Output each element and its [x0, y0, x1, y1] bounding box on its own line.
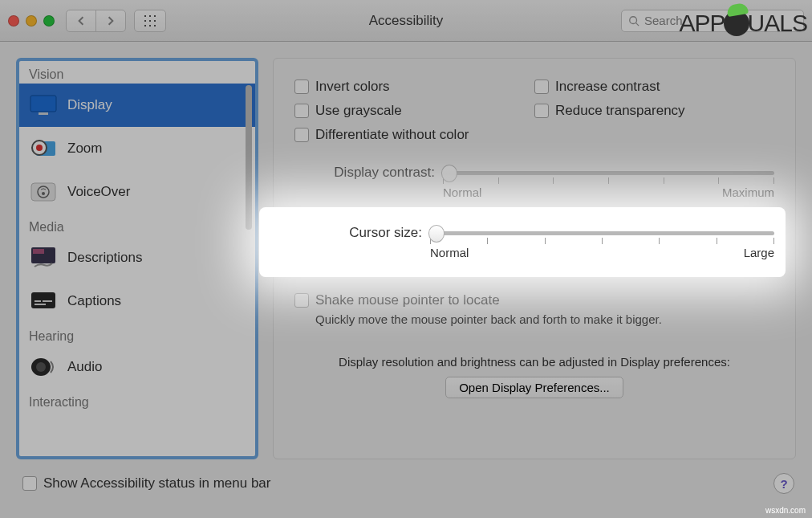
svg-point-6 — [36, 145, 43, 151]
display-icon — [29, 93, 58, 117]
contrast-min-label: Normal — [443, 186, 481, 199]
svg-rect-3 — [39, 112, 48, 115]
use-grayscale-checkbox[interactable]: Use grayscale — [294, 99, 534, 123]
differentiate-color-checkbox[interactable]: Differentiate without color — [294, 123, 534, 147]
cursor-size-label: Cursor size: — [306, 225, 422, 241]
display-contrast-slider[interactable] — [443, 171, 774, 175]
sidebar-item-descriptions[interactable]: Descriptions — [19, 236, 255, 279]
appuals-logo-icon — [724, 10, 749, 36]
captions-icon — [29, 289, 58, 313]
accessibility-category-sidebar: Vision Display Zoom VoiceOver Media — [16, 58, 258, 459]
sidebar-scrollbar[interactable] — [246, 85, 252, 230]
help-button[interactable]: ? — [773, 473, 794, 494]
svg-rect-15 — [35, 304, 46, 305]
sidebar-group-media: Media — [19, 214, 255, 236]
svg-rect-2 — [30, 96, 56, 112]
contrast-max-label: Maximum — [722, 186, 774, 199]
svg-rect-14 — [43, 300, 52, 302]
voiceover-icon — [29, 180, 58, 204]
sidebar-item-label: Audio — [67, 359, 102, 375]
sidebar-item-label: Zoom — [67, 141, 102, 157]
sidebar-item-captions[interactable]: Captions — [19, 279, 255, 323]
sidebar-item-label: Display — [67, 97, 112, 113]
descriptions-icon — [29, 246, 58, 270]
zoom-icon — [29, 137, 58, 161]
sidebar-item-audio[interactable]: Audio — [19, 345, 255, 389]
slider-thumb[interactable] — [441, 165, 457, 182]
svg-point-9 — [42, 192, 45, 195]
audio-icon — [29, 355, 58, 379]
sidebar-item-label: VoiceOver — [67, 184, 130, 200]
shake-pointer-checkbox[interactable]: Shake mouse pointer to locate — [294, 288, 774, 312]
sidebar-group-vision: Vision — [19, 61, 255, 84]
svg-rect-11 — [33, 249, 44, 254]
sidebar-group-interacting: Interacting — [19, 389, 255, 411]
cursor-size-slider[interactable] — [430, 231, 774, 235]
reduce-transparency-checkbox[interactable]: Reduce transparency — [534, 99, 774, 123]
sidebar-item-label: Captions — [67, 293, 121, 309]
search-placeholder: Search — [644, 14, 683, 27]
display-contrast-label: Display contrast: — [319, 165, 435, 181]
invert-colors-checkbox[interactable]: Invert colors — [294, 75, 534, 99]
svg-rect-13 — [35, 300, 41, 302]
source-footnote: wsxdn.com — [765, 506, 806, 515]
show-status-menubar-checkbox[interactable]: Show Accessibility status in menu bar — [22, 471, 270, 496]
open-display-prefs-button[interactable]: Open Display Preferences... — [445, 377, 623, 398]
cursor-size-highlight: Cursor size: Normal Large — [259, 207, 786, 277]
sidebar-item-voiceover[interactable]: VoiceOver — [19, 170, 255, 214]
cursor-max-label: Large — [744, 246, 774, 259]
sidebar-group-hearing: Hearing — [19, 323, 255, 345]
svg-line-1 — [636, 22, 639, 26]
display-prefs-note: Display resolution and brightness can be… — [294, 355, 774, 369]
slider-thumb[interactable] — [428, 225, 445, 243]
cursor-min-label: Normal — [430, 246, 469, 259]
watermark: APPUALS — [680, 10, 807, 37]
display-settings-pane: Invert colors Use grayscale Differentiat… — [273, 58, 796, 459]
sidebar-item-display[interactable]: Display — [19, 84, 255, 127]
svg-point-0 — [630, 16, 637, 23]
shake-pointer-hint: Quickly move the mouse pointer back and … — [315, 312, 774, 326]
svg-point-17 — [36, 362, 46, 372]
search-icon — [628, 15, 639, 27]
sidebar-item-label: Descriptions — [67, 250, 143, 266]
increase-contrast-checkbox[interactable]: Increase contrast — [534, 75, 774, 99]
sidebar-item-zoom[interactable]: Zoom — [19, 127, 255, 170]
